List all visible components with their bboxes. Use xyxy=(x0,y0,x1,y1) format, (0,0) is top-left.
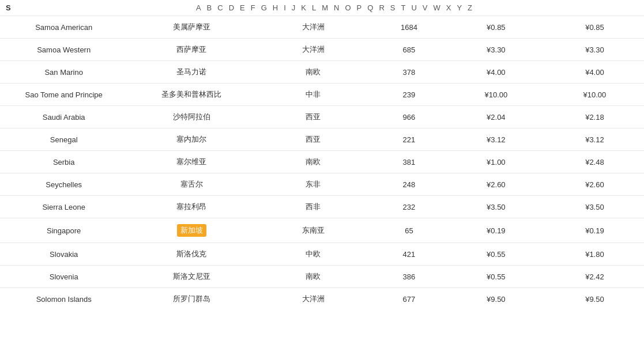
nav-letter-w[interactable]: W xyxy=(431,3,442,12)
country-price1: ¥3.30 xyxy=(447,39,545,61)
country-name-zh: 斯洛文尼亚 xyxy=(127,266,255,288)
country-table: Samoa American美属萨摩亚大洋洲1684¥0.85¥0.85Samo… xyxy=(0,16,644,310)
country-price2: ¥3.12 xyxy=(545,128,644,151)
country-code: 1684 xyxy=(371,16,447,39)
country-name-en: Samoa Western xyxy=(0,39,127,61)
nav-letter-h[interactable]: H xyxy=(270,3,280,12)
table-row: Sierra Leone塞拉利昂西非232¥3.50¥3.50 xyxy=(0,196,644,218)
country-price1: ¥0.55 xyxy=(447,266,545,288)
nav-letter-v[interactable]: V xyxy=(420,3,430,12)
nav-letter-g[interactable]: G xyxy=(259,3,269,12)
nav-letter-y[interactable]: Y xyxy=(454,3,464,12)
table-row: San Marino圣马力诺南欧378¥4.00¥4.00 xyxy=(0,61,644,84)
country-region: 中非 xyxy=(255,84,371,106)
country-region: 大洋洲 xyxy=(255,16,371,39)
table-row: Samoa Western西萨摩亚大洋洲685¥3.30¥3.30 xyxy=(0,39,644,61)
nav-letter-n[interactable]: N xyxy=(332,3,341,12)
nav-letter-m[interactable]: M xyxy=(319,3,330,12)
table-row: Samoa American美属萨摩亚大洋洲1684¥0.85¥0.85 xyxy=(0,16,644,39)
nav-spacer: ABCDEFGHIJKLMNOPQRSTUVWXYZ xyxy=(24,3,644,12)
nav-letter-i[interactable]: I xyxy=(281,3,288,12)
country-price1: ¥3.50 xyxy=(447,196,545,218)
nav-letter-r[interactable]: R xyxy=(376,3,386,12)
country-price1: ¥2.60 xyxy=(447,173,545,196)
country-name-zh-highlighted: 新加坡 xyxy=(177,224,206,237)
country-price2: ¥2.42 xyxy=(545,266,644,288)
nav-letter-k[interactable]: K xyxy=(299,3,308,12)
country-name-zh: 塞尔维亚 xyxy=(127,151,255,173)
nav-letter-j[interactable]: J xyxy=(289,3,298,12)
nav-letter-u[interactable]: U xyxy=(409,3,419,12)
country-name-en: Sao Tome and Principe xyxy=(0,84,127,106)
country-code: 378 xyxy=(371,61,447,84)
country-name-en: Samoa American xyxy=(0,16,127,39)
country-name-en: Slovenia xyxy=(0,266,127,288)
nav-letter-x[interactable]: X xyxy=(444,3,454,12)
table-row: Senegal塞内加尔西亚221¥3.12¥3.12 xyxy=(0,128,644,151)
country-region: 东南亚 xyxy=(255,218,371,243)
country-price2: ¥2.60 xyxy=(545,173,644,196)
country-name-zh: 圣多美和普林西比 xyxy=(127,84,255,106)
country-name-zh: 沙特阿拉伯 xyxy=(127,106,255,128)
country-price2: ¥0.19 xyxy=(545,218,644,243)
nav-letter-p[interactable]: P xyxy=(355,3,364,12)
country-name-en: San Marino xyxy=(0,61,127,84)
nav-letter-t[interactable]: T xyxy=(398,3,408,12)
nav-letter-l[interactable]: L xyxy=(310,3,318,12)
nav-letter-b[interactable]: B xyxy=(205,3,214,12)
country-region: 西非 xyxy=(255,196,371,218)
alphabet-nav: S ABCDEFGHIJKLMNOPQRSTUVWXYZ xyxy=(0,0,644,16)
country-price1: ¥0.85 xyxy=(447,16,545,39)
country-name-zh: 西萨摩亚 xyxy=(127,39,255,61)
table-row: Saudi Arabia沙特阿拉伯西亚966¥2.04¥2.18 xyxy=(0,106,644,128)
country-price1: ¥0.19 xyxy=(447,218,545,243)
nav-letter-q[interactable]: Q xyxy=(365,3,375,12)
country-region: 中欧 xyxy=(255,243,371,266)
country-name-en: Seychelles xyxy=(0,173,127,196)
country-code: 381 xyxy=(371,151,447,173)
country-price2: ¥9.50 xyxy=(545,288,644,311)
country-region: 西亚 xyxy=(255,128,371,151)
country-name-zh: 圣马力诺 xyxy=(127,61,255,84)
country-price2: ¥4.00 xyxy=(545,61,644,84)
country-code: 239 xyxy=(371,84,447,106)
country-code: 248 xyxy=(371,173,447,196)
country-name-en: Sierra Leone xyxy=(0,196,127,218)
country-name-zh: 塞舌尔 xyxy=(127,173,255,196)
nav-letter-e[interactable]: E xyxy=(238,3,247,12)
table-row: Sao Tome and Principe圣多美和普林西比中非239¥10.00… xyxy=(0,84,644,106)
nav-letter-f[interactable]: F xyxy=(248,3,258,12)
country-region: 南欧 xyxy=(255,61,371,84)
table-row: Seychelles塞舌尔东非248¥2.60¥2.60 xyxy=(0,173,644,196)
country-name-zh: 所罗门群岛 xyxy=(127,288,255,311)
country-name-zh: 美属萨摩亚 xyxy=(127,16,255,39)
nav-letter-d[interactable]: D xyxy=(227,3,236,12)
country-region: 南欧 xyxy=(255,151,371,173)
country-price2: ¥3.50 xyxy=(545,196,644,218)
country-price1: ¥9.50 xyxy=(447,288,545,311)
country-code: 65 xyxy=(371,218,447,243)
nav-letter-z[interactable]: Z xyxy=(465,3,474,12)
country-region: 南欧 xyxy=(255,266,371,288)
country-name-zh: 斯洛伐克 xyxy=(127,243,255,266)
nav-letter-o[interactable]: O xyxy=(342,3,353,12)
country-region: 西亚 xyxy=(255,106,371,128)
country-region: 东非 xyxy=(255,173,371,196)
table-row: Serbia塞尔维亚南欧381¥1.00¥2.48 xyxy=(0,151,644,173)
country-code: 386 xyxy=(371,266,447,288)
country-name-en: Saudi Arabia xyxy=(0,106,127,128)
nav-letter-s[interactable]: S xyxy=(388,3,398,12)
table-row: Solomon Islands所罗门群岛大洋洲677¥9.50¥9.50 xyxy=(0,288,644,311)
country-price2: ¥1.80 xyxy=(545,243,644,266)
country-name-en: Serbia xyxy=(0,151,127,173)
country-price2: ¥0.85 xyxy=(545,16,644,39)
country-name-en: Singapore xyxy=(0,218,127,243)
country-name-zh: 新加坡 xyxy=(127,218,255,243)
country-name-en: Solomon Islands xyxy=(0,288,127,311)
current-letter: S xyxy=(6,3,17,12)
nav-letter-a[interactable]: A xyxy=(194,3,204,12)
country-name-zh: 塞拉利昂 xyxy=(127,196,255,218)
country-code: 421 xyxy=(371,243,447,266)
country-code: 232 xyxy=(371,196,447,218)
nav-letter-c[interactable]: C xyxy=(215,3,225,12)
